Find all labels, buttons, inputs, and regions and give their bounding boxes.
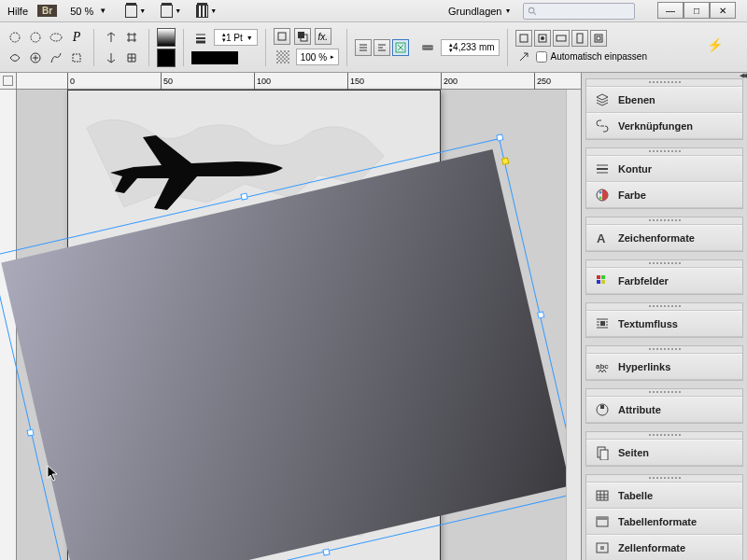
panel-grip[interactable] — [648, 433, 682, 438]
horizontal-ruler[interactable]: 0 50 100 150 200 250 — [17, 73, 581, 90]
svg-rect-7 — [278, 33, 286, 40]
panel-links[interactable]: Verknüpfungen — [586, 113, 742, 139]
help-menu[interactable]: Hilfe — [7, 6, 28, 17]
panel-charstyles[interactable]: AZeichenformate — [586, 225, 742, 251]
zoom-select[interactable]: 50 % ▼ — [70, 6, 106, 17]
p-tool-icon[interactable]: P — [67, 28, 86, 47]
tool-icon[interactable] — [67, 49, 86, 67]
panel-color[interactable]: Farbe — [586, 182, 742, 208]
rotate-handle[interactable] — [501, 158, 509, 165]
panel-grip[interactable] — [648, 261, 682, 266]
minimize-button[interactable]: — — [657, 2, 684, 19]
fill-stroke-swatches[interactable] — [157, 28, 176, 67]
svg-rect-35 — [600, 450, 608, 460]
search-icon — [528, 7, 538, 17]
search-input[interactable] — [523, 3, 635, 20]
panel-grip[interactable] — [648, 149, 682, 154]
bridge-button[interactable]: Br — [37, 5, 57, 17]
tool-icon[interactable] — [102, 49, 120, 67]
ruler-tick: 0 — [67, 73, 75, 90]
cellstyles-icon — [594, 540, 611, 555]
panel-tablestyles[interactable]: Tabellenformate — [586, 509, 742, 535]
panel-group: Ebenen Verknüpfungen — [585, 78, 743, 140]
tool-icon[interactable] — [122, 49, 141, 67]
flash-icon[interactable]: ⚡ — [707, 37, 723, 52]
fx-button[interactable]: fx. — [315, 28, 331, 45]
tool-icon[interactable] — [26, 28, 45, 47]
canvas-viewport[interactable]: 0 50 100 150 200 250 — [0, 73, 581, 560]
stroke-weight-icon — [191, 28, 210, 47]
caret-down-icon: ▾ — [506, 7, 510, 15]
svg-rect-6 — [73, 54, 80, 62]
document-area[interactable] — [17, 90, 581, 560]
stroke-preview[interactable] — [191, 51, 238, 64]
effects-icon-2[interactable] — [294, 28, 311, 45]
tool-icon[interactable] — [47, 28, 65, 47]
fit-icon[interactable] — [553, 30, 570, 47]
panel-grip[interactable] — [648, 476, 682, 481]
svg-rect-38 — [597, 517, 608, 520]
panel-label: Seiten — [618, 447, 649, 458]
view-mode-3-button[interactable]: ▼ — [196, 2, 217, 21]
measurement-field[interactable]: ▴▾4,233 mm — [441, 39, 499, 56]
panel-stroke[interactable]: Kontur — [586, 156, 742, 182]
tool-icon[interactable] — [47, 49, 65, 67]
panel-swatches[interactable]: Farbfelder — [586, 268, 742, 294]
tablestyles-icon — [594, 514, 611, 529]
tool-icon[interactable] — [102, 28, 120, 47]
layers-icon — [594, 92, 611, 107]
svg-rect-15 — [520, 35, 528, 42]
fit-icon[interactable] — [515, 30, 532, 47]
fit-icon[interactable] — [534, 30, 551, 47]
effects-icon-1[interactable] — [274, 28, 290, 45]
panel-label: Ebenen — [618, 94, 655, 105]
resize-handle[interactable] — [496, 133, 503, 141]
text-align-icon[interactable] — [355, 39, 372, 56]
stroke-weight-field[interactable]: ▴▾1 Pt▼ — [214, 29, 258, 46]
resize-handle[interactable] — [537, 311, 544, 318]
ruler-tick: 150 — [347, 73, 364, 90]
panel-hyperlinks[interactable]: abcHyperlinks — [586, 354, 742, 380]
panel-grip[interactable] — [648, 80, 682, 85]
fit-icon[interactable] — [571, 30, 588, 47]
measure-icon — [418, 38, 437, 57]
panel-layers[interactable]: Ebenen — [586, 87, 742, 113]
panel-grip[interactable] — [648, 218, 682, 223]
anchor-icon[interactable] — [515, 49, 532, 65]
maximize-button[interactable]: □ — [684, 2, 710, 19]
panel-attributes[interactable]: Attribute — [586, 397, 742, 423]
panel-textwrap[interactable]: Textumfluss — [586, 311, 742, 337]
color-icon — [594, 188, 611, 203]
main-area: 0 50 100 150 200 250 — [0, 73, 747, 560]
stroke-swatch[interactable] — [157, 49, 176, 67]
tool-icon[interactable] — [6, 49, 24, 67]
view-mode-2-button[interactable]: ▼ — [161, 2, 181, 21]
opacity-field[interactable]: 100 %▸ — [296, 49, 339, 65]
svg-rect-20 — [595, 35, 602, 42]
fit-icon[interactable] — [590, 30, 607, 47]
opacity-icon — [274, 48, 292, 66]
svg-point-17 — [541, 36, 544, 40]
menu-bar: Hilfe Br 50 % ▼ ▼ ▼ ▼ Grundlagen ▾ — □ ✕ — [0, 0, 747, 22]
tool-icon[interactable] — [26, 49, 45, 67]
fill-swatch[interactable] — [157, 28, 176, 47]
tool-icon[interactable] — [122, 28, 141, 47]
vertical-scrollbar[interactable] — [566, 90, 581, 560]
autofit-checkbox[interactable] — [536, 51, 547, 63]
workspace-label: Grundlagen — [448, 6, 502, 17]
svg-point-24 — [599, 197, 602, 200]
tool-icon[interactable] — [6, 28, 24, 47]
svg-rect-40 — [600, 546, 604, 550]
panel-table[interactable]: Tabelle — [586, 483, 742, 509]
panel-cellstyles[interactable]: Zellenformate — [586, 535, 742, 560]
panel-grip[interactable] — [648, 347, 682, 352]
view-mode-1-button[interactable]: ▼ — [125, 2, 146, 21]
panel-grip[interactable] — [648, 304, 682, 309]
panel-pages[interactable]: Seiten — [586, 440, 742, 466]
ruler-origin[interactable] — [0, 73, 17, 90]
frame-fit-icon[interactable] — [392, 39, 409, 56]
panel-grip[interactable] — [648, 390, 682, 395]
workspace-select[interactable]: Grundlagen ▾ — [448, 6, 510, 17]
close-button[interactable]: ✕ — [710, 2, 736, 19]
text-align-icon[interactable] — [374, 39, 390, 56]
